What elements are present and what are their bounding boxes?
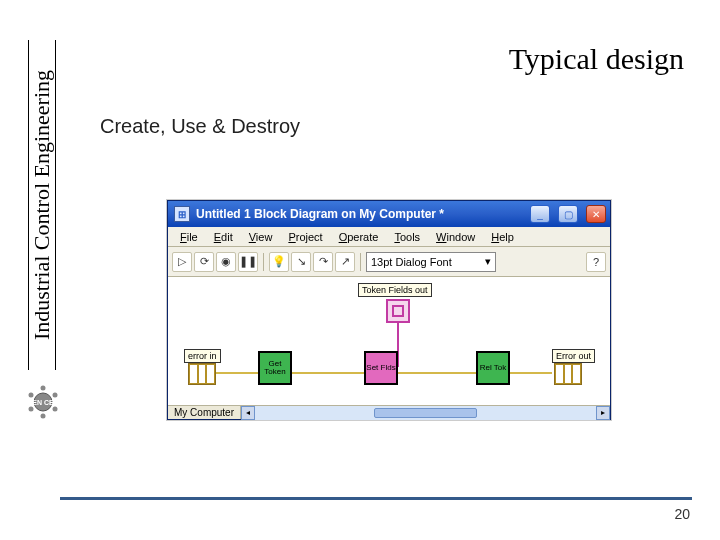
menubar: File Edit View Project Operate Tools Win… xyxy=(168,227,610,247)
set-fields-node[interactable]: Set Flds xyxy=(364,351,398,385)
menu-project[interactable]: Project xyxy=(280,229,330,245)
close-button[interactable]: ✕ xyxy=(586,205,606,223)
footer-rule xyxy=(60,497,692,500)
scroll-left-button[interactable]: ◂ xyxy=(241,406,255,420)
menu-operate[interactable]: Operate xyxy=(331,229,387,245)
highlight-execution-button[interactable]: 💡 xyxy=(269,252,289,272)
step-over-button[interactable]: ↷ xyxy=(313,252,333,272)
menu-help[interactable]: Help xyxy=(483,229,522,245)
svg-point-7 xyxy=(29,393,34,398)
side-label-department: Industrial Control Engineering xyxy=(28,40,56,370)
error-in-terminal[interactable] xyxy=(188,363,216,385)
error-in-label: error in xyxy=(184,349,221,363)
statusbar: My Computer ◂ ▸ xyxy=(168,405,610,419)
release-token-node[interactable]: Rel Tok xyxy=(476,351,510,385)
token-fields-out-terminal[interactable] xyxy=(386,299,410,323)
get-token-node[interactable]: Get Token xyxy=(258,351,292,385)
svg-point-4 xyxy=(53,407,58,412)
page-title: Typical design xyxy=(509,42,684,76)
page-number: 20 xyxy=(674,506,690,522)
help-button[interactable]: ? xyxy=(586,252,606,272)
maximize-button[interactable]: ▢ xyxy=(558,205,578,223)
horizontal-scrollbar[interactable] xyxy=(255,406,596,420)
font-selector[interactable]: 13pt Dialog Font ▾ xyxy=(366,252,496,272)
svg-point-2 xyxy=(41,386,46,391)
run-button[interactable]: ▷ xyxy=(172,252,192,272)
titlebar[interactable]: ⊞ Untitled 1 Block Diagram on My Compute… xyxy=(168,201,610,227)
wire-4 xyxy=(510,372,552,374)
logo-icon: EN CE xyxy=(26,385,60,419)
svg-point-5 xyxy=(41,414,46,419)
error-out-label: Error out xyxy=(552,349,595,363)
svg-text:EN CE: EN CE xyxy=(32,399,54,406)
minimize-button[interactable]: _ xyxy=(530,205,550,223)
wire-2 xyxy=(292,372,364,374)
app-icon: ⊞ xyxy=(174,206,190,222)
pause-button[interactable]: ❚❚ xyxy=(238,252,258,272)
svg-point-6 xyxy=(29,407,34,412)
chevron-down-icon: ▾ xyxy=(485,255,491,268)
toolbar: ▷ ⟳ ◉ ❚❚ 💡 ↘ ↷ ↗ 13pt Dialog Font ▾ ? xyxy=(168,247,610,277)
svg-point-3 xyxy=(53,393,58,398)
menu-window[interactable]: Window xyxy=(428,229,483,245)
menu-tools[interactable]: Tools xyxy=(386,229,428,245)
block-diagram-canvas[interactable]: Token Fields out error in Get Token Set … xyxy=(168,277,610,407)
side-label-text: Industrial Control Engineering xyxy=(29,70,55,340)
scroll-thumb[interactable] xyxy=(374,408,476,418)
error-out-terminal[interactable] xyxy=(554,363,582,385)
wire-1 xyxy=(216,372,258,374)
toolbar-separator xyxy=(263,253,264,271)
font-selector-value: 13pt Dialog Font xyxy=(371,256,452,268)
step-into-button[interactable]: ↘ xyxy=(291,252,311,272)
abort-button[interactable]: ◉ xyxy=(216,252,236,272)
menu-file[interactable]: File xyxy=(172,229,206,245)
step-out-button[interactable]: ↗ xyxy=(335,252,355,272)
window-title: Untitled 1 Block Diagram on My Computer … xyxy=(196,207,522,221)
toolbar-separator-2 xyxy=(360,253,361,271)
run-continuous-button[interactable]: ⟳ xyxy=(194,252,214,272)
menu-view[interactable]: View xyxy=(241,229,281,245)
app-window: ⊞ Untitled 1 Block Diagram on My Compute… xyxy=(167,200,611,420)
page-subtitle: Create, Use & Destroy xyxy=(100,115,300,138)
scroll-right-button[interactable]: ▸ xyxy=(596,406,610,420)
menu-edit[interactable]: Edit xyxy=(206,229,241,245)
status-context: My Computer xyxy=(168,406,241,419)
svg-rect-8 xyxy=(393,306,403,316)
wire-3 xyxy=(398,372,476,374)
token-fields-out-label: Token Fields out xyxy=(358,283,432,297)
